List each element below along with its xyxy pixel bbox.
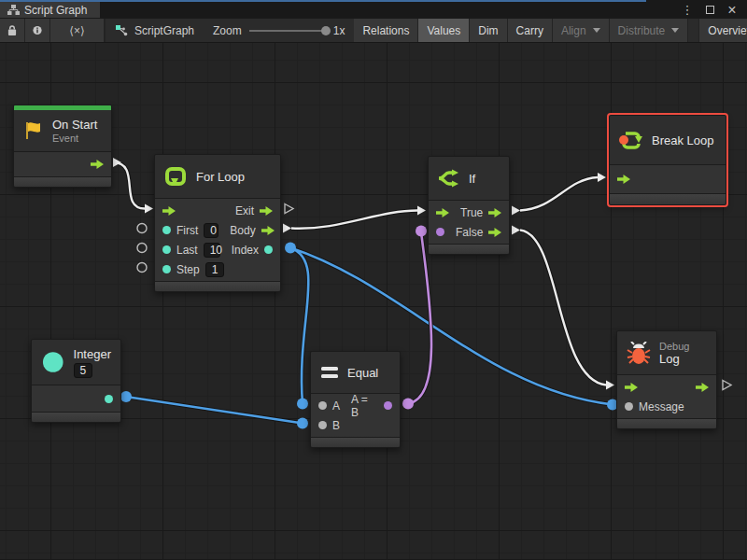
port-row-flow	[617, 377, 716, 397]
flow-output-port[interactable]	[696, 383, 709, 392]
b-label: B	[332, 419, 340, 432]
node-debug-log[interactable]: Debug Log Message	[616, 330, 717, 429]
node-title: Equal	[347, 366, 378, 380]
wire-integer-to-equal-b[interactable]	[126, 397, 303, 424]
flag-icon	[23, 120, 44, 141]
tab-script-graph[interactable]: Script Graph	[0, 2, 100, 18]
lock-icon	[7, 24, 17, 36]
ghost-log-out-triangle	[723, 381, 731, 390]
bug-icon	[627, 342, 651, 365]
align-dropdown[interactable]: Align	[553, 19, 610, 42]
result-label: A = B	[351, 393, 378, 419]
node-footer	[429, 244, 509, 254]
dim-button[interactable]: Dim	[470, 19, 507, 42]
zoom-slider-handle[interactable]	[321, 26, 331, 35]
maximize-icon	[706, 6, 714, 14]
zoom-control: Zoom 1x	[204, 19, 354, 42]
node-title: Break Loop	[652, 133, 714, 147]
equals-icon	[320, 366, 339, 379]
port-row-step: Step 1	[155, 259, 280, 279]
port-row-message: Message	[617, 397, 716, 416]
last-input-port[interactable]	[162, 245, 171, 254]
window-close-button[interactable]: ×	[723, 3, 741, 17]
wire-false-to-debuglog[interactable]	[520, 231, 606, 385]
step-input-port[interactable]	[162, 265, 171, 273]
flow-input-port[interactable]	[162, 206, 176, 216]
wire-onstart-to-forloop[interactable]	[113, 162, 145, 209]
distribute-label: Distribute	[618, 24, 666, 37]
carry-button[interactable]: Carry	[508, 19, 553, 42]
chevron-down-icon	[593, 28, 600, 33]
body-output-port[interactable]	[261, 226, 275, 235]
tab-title: Script Graph	[24, 4, 87, 17]
false-output-port[interactable]	[488, 228, 501, 237]
graph-toolbar: ⟨×⟩ ScriptGraph Zoom 1x Relations Values…	[0, 18, 747, 43]
first-input-port[interactable]	[162, 226, 171, 234]
window-controls: ⋮ ×	[678, 2, 747, 18]
values-label: Values	[427, 24, 460, 37]
window-menu-button[interactable]: ⋮	[678, 3, 697, 17]
node-footer	[610, 193, 726, 204]
true-label: True	[460, 206, 483, 219]
message-input-port[interactable]	[625, 402, 633, 411]
node-subtitle: Event	[52, 133, 97, 144]
carry-label: Carry	[516, 24, 543, 37]
node-title: If	[469, 172, 475, 186]
branch-icon	[438, 169, 460, 188]
graph-breadcrumb[interactable]: ScriptGraph	[106, 19, 204, 42]
result-output-port[interactable]	[384, 401, 392, 410]
node-integer[interactable]: Integer 5	[31, 339, 121, 423]
info-button[interactable]	[25, 19, 50, 42]
flow-output-port[interactable]	[91, 160, 104, 169]
port-row-output	[32, 387, 120, 410]
loop-icon	[164, 166, 188, 187]
collapse-brackets-button[interactable]: ⟨×⟩	[50, 19, 105, 42]
node-if[interactable]: If True False	[428, 156, 510, 255]
wire-true-to-breakloop[interactable]	[520, 177, 598, 211]
graph-canvas[interactable]: On Start Event For Loop Exit	[0, 43, 747, 559]
overview-button[interactable]: Overview	[699, 19, 747, 42]
node-footer	[155, 281, 280, 291]
port-row-enter	[610, 167, 726, 191]
index-output-port[interactable]	[264, 245, 273, 254]
ghost-step-circle	[137, 263, 147, 273]
relations-button[interactable]: Relations	[354, 19, 418, 42]
node-title: For Loop	[196, 170, 245, 184]
step-label: Step	[176, 263, 200, 276]
zoom-slider[interactable]	[249, 30, 326, 32]
node-for-loop[interactable]: For Loop Exit First 0 Body Last 10	[154, 154, 281, 292]
node-on-start[interactable]: On Start Event	[13, 105, 112, 188]
last-value-field[interactable]: 10	[204, 243, 220, 258]
node-footer	[311, 437, 400, 447]
integer-icon	[41, 350, 65, 374]
first-value-field[interactable]: 0	[204, 223, 218, 238]
lock-button[interactable]	[0, 19, 25, 42]
integer-value-field[interactable]: 5	[74, 363, 93, 378]
body-label: Body	[230, 224, 255, 237]
port-row-last-index: Last 10 Index	[155, 240, 280, 259]
message-label: Message	[639, 400, 684, 413]
distribute-dropdown[interactable]: Distribute	[610, 19, 689, 42]
flow-input-port[interactable]	[625, 383, 638, 392]
true-output-port[interactable]	[488, 208, 501, 217]
flow-input-port[interactable]	[436, 208, 449, 217]
a-input-port[interactable]	[318, 401, 327, 410]
node-subtitle: Debug	[659, 341, 689, 352]
b-input-port[interactable]	[318, 421, 327, 429]
graph-name: ScriptGraph	[134, 24, 194, 37]
window-maximize-button[interactable]	[700, 3, 719, 17]
align-label: Align	[561, 24, 586, 37]
hierarchy-icon	[7, 5, 20, 15]
exit-output-port[interactable]	[260, 206, 273, 216]
port-row-a-result: A A = B	[311, 396, 400, 415]
step-value-field[interactable]: 1	[205, 262, 225, 277]
condition-input-port[interactable]	[436, 228, 444, 236]
node-equal[interactable]: Equal A A = B B	[310, 351, 401, 448]
node-break-loop[interactable]: Break Loop	[609, 115, 726, 205]
values-button[interactable]: Values	[418, 19, 470, 42]
ghost-first-circle	[137, 224, 147, 233]
window-tab-strip: Script Graph ⋮ ×	[0, 0, 747, 18]
flow-input-port[interactable]	[617, 175, 630, 184]
node-title: Log	[659, 352, 689, 366]
integer-output-port[interactable]	[105, 395, 113, 403]
